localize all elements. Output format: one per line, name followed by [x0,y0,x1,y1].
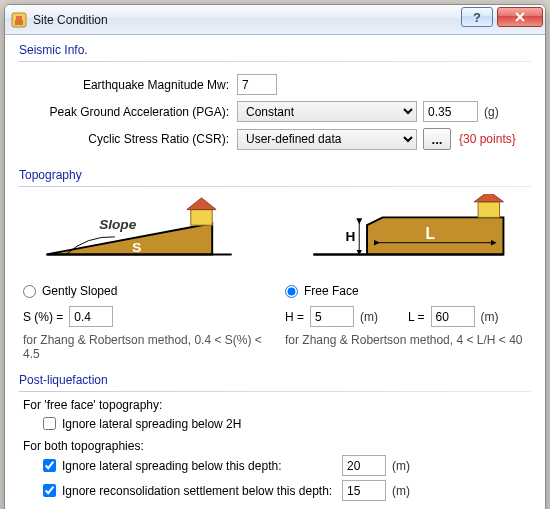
select-pga[interactable]: Constant [237,101,417,122]
diagram-freeface: H L [285,193,527,271]
ellipsis-icon: ... [431,132,442,147]
svg-text:Slope: Slope [99,217,137,232]
window-title: Site Condition [33,13,457,27]
input-s[interactable] [69,306,113,327]
unit-h: (m) [360,310,378,324]
input-ignore-reconsol[interactable] [342,480,386,501]
group-seismic: Seismic Info. Earthquake Magnitude Mw: P… [19,43,531,160]
svg-rect-13 [478,202,499,218]
label-csr: Cyclic Stress Ratio (CSR): [23,132,237,146]
svg-rect-2 [16,16,22,20]
radio-freeface[interactable] [285,285,298,298]
svg-rect-1 [15,20,23,25]
label-pga: Peak Ground Acceleration (PGA): [23,105,237,119]
chk-ignore-reconsol[interactable] [43,484,56,497]
label-l: L = [408,310,425,324]
svg-rect-7 [191,210,212,226]
col-freeface: H L Free Face H = (m) [285,193,527,361]
label-ignore-2h: Ignore lateral spreading below 2H [62,417,241,431]
col-gently: Slope S 100 Gently Sloped S (%) = [23,193,265,361]
unit-reconsol: (m) [392,484,410,498]
legend-post: Post-liquefaction [19,373,531,387]
unit-pga: (g) [484,105,499,119]
titlebar-close-button[interactable] [497,7,543,27]
radio-gently[interactable] [23,285,36,298]
input-h[interactable] [310,306,354,327]
subhead-ff: For 'free face' topography: [23,398,527,412]
legend-topography: Topography [19,168,531,182]
window-buttons: ? [457,7,543,27]
svg-text:100: 100 [119,257,137,269]
chk-ignore-2h[interactable] [43,417,56,430]
label-ignore-depth: Ignore lateral spreading below this dept… [62,459,342,473]
help-button[interactable]: ? [461,7,493,27]
csr-browse-button[interactable]: ... [423,128,451,150]
label-freeface: Free Face [304,284,359,298]
label-mw: Earthquake Magnitude Mw: [23,78,237,92]
svg-text:S: S [132,240,141,255]
content-area: Seismic Info. Earthquake Magnitude Mw: P… [5,35,545,509]
csr-points-badge: {30 points} [459,132,516,146]
note-freeface: for Zhang & Robertson method, 4 < L/H < … [285,333,527,347]
diagram-slope: Slope S 100 [23,193,265,271]
close-icon [514,12,526,22]
titlebar[interactable]: Site Condition ? [5,5,545,35]
label-ignore-reconsol: Ignore reconsolidation settlement below … [62,484,342,498]
dialog-window: Site Condition ? Seismic Info. Earthquak… [4,4,546,509]
group-topography: Topography Slope S 100 [19,168,531,365]
group-post: Post-liquefaction For 'free face' topogr… [19,373,531,509]
input-l[interactable] [431,306,475,327]
unit-depth: (m) [392,459,410,473]
note-gently: for Zhang & Robertson method, 0.4 < S(%)… [23,333,265,361]
chk-ignore-depth[interactable] [43,459,56,472]
label-s: S (%) = [23,310,63,324]
input-mw[interactable] [237,74,277,95]
label-h: H = [285,310,304,324]
input-ignore-depth[interactable] [342,455,386,476]
unit-l: (m) [481,310,499,324]
svg-text:H: H [346,229,356,244]
input-pga-value[interactable] [423,101,478,122]
select-csr[interactable]: User-defined data [237,129,417,150]
label-gently: Gently Sloped [42,284,117,298]
legend-seismic: Seismic Info. [19,43,531,57]
subhead-both: For both topographies: [23,439,527,453]
svg-text:L: L [425,225,435,242]
app-icon [11,12,27,28]
